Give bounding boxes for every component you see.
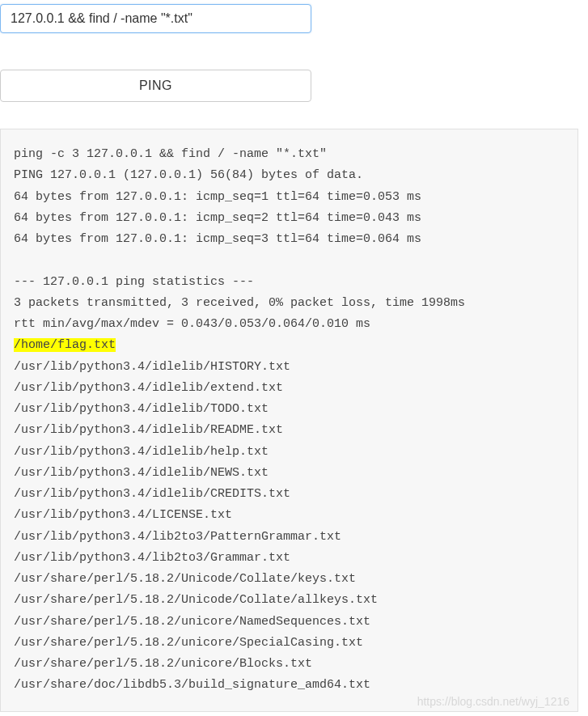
watermark-text: https://blog.csdn.net/wyj_1216 xyxy=(417,695,569,708)
command-input[interactable] xyxy=(0,4,311,33)
output-container: ping -c 3 127.0.0.1 && find / -name "*.t… xyxy=(0,129,578,712)
ping-button[interactable]: PING xyxy=(0,70,311,102)
output-post: /usr/lib/python3.4/idlelib/HISTORY.txt /… xyxy=(14,360,378,693)
button-container: PING xyxy=(0,33,588,114)
output-text: ping -c 3 127.0.0.1 && find / -name "*.t… xyxy=(14,144,565,697)
input-container xyxy=(0,0,588,33)
output-pre: ping -c 3 127.0.0.1 && find / -name "*.t… xyxy=(14,147,465,331)
highlighted-flag-path: /home/flag.txt xyxy=(14,338,116,352)
